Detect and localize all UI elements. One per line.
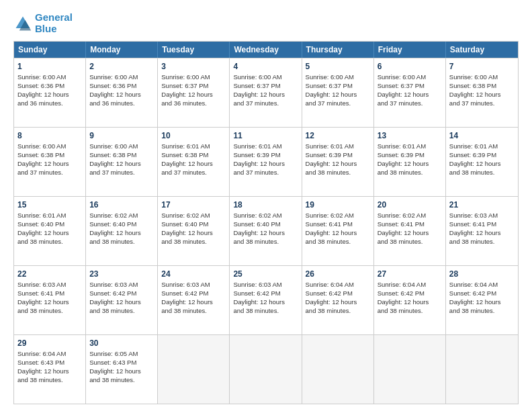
day-number: 23 <box>89 269 154 279</box>
day-cell-6: 6Sunrise: 6:00 AMSunset: 6:37 PMDaylight… <box>374 58 446 127</box>
day-info-line: Sunrise: 6:02 AM <box>161 212 226 220</box>
day-info-line: Daylight: 12 hours <box>378 229 442 238</box>
day-number: 26 <box>306 269 370 279</box>
day-info-line: and 37 minutes. <box>17 169 82 177</box>
day-info-line: Sunset: 6:41 PM <box>17 289 82 298</box>
day-info-line: Sunset: 6:38 PM <box>17 151 82 160</box>
day-number: 3 <box>161 61 226 72</box>
day-info-line: Daylight: 12 hours <box>17 367 82 376</box>
col-header-saturday: Saturday <box>446 42 518 58</box>
day-info-line: and 37 minutes. <box>306 99 370 108</box>
day-cell-14: 14Sunrise: 6:01 AMSunset: 6:39 PMDayligh… <box>446 128 518 196</box>
page: General Blue SundayMondayTuesdayWednesda… <box>0 0 532 411</box>
day-info-line: Daylight: 12 hours <box>17 91 82 99</box>
day-info-line: and 38 minutes. <box>17 307 82 316</box>
day-info-line: and 38 minutes. <box>306 238 370 246</box>
day-info-line: and 36 minutes. <box>89 99 154 108</box>
day-cell-20: 20Sunrise: 6:02 AMSunset: 6:41 PMDayligh… <box>374 197 446 265</box>
day-info-line: Daylight: 12 hours <box>449 160 515 169</box>
day-info-line: and 38 minutes. <box>89 307 154 316</box>
day-info-line: Daylight: 12 hours <box>233 91 298 99</box>
day-info-line: Sunrise: 6:00 AM <box>449 73 515 82</box>
day-info-line: and 38 minutes. <box>378 238 442 246</box>
day-info-line: Sunset: 6:37 PM <box>306 82 370 91</box>
day-info-line: Sunrise: 6:04 AM <box>449 281 515 289</box>
col-header-tuesday: Tuesday <box>158 42 230 58</box>
day-info-line: and 37 minutes. <box>449 99 515 108</box>
day-cell-28: 28Sunrise: 6:04 AMSunset: 6:42 PMDayligh… <box>446 266 518 334</box>
day-info-line: and 38 minutes. <box>161 238 226 246</box>
day-info-line: and 38 minutes. <box>89 376 154 385</box>
empty-cell <box>374 335 446 404</box>
day-number: 11 <box>233 130 298 141</box>
day-cell-12: 12Sunrise: 6:01 AMSunset: 6:39 PMDayligh… <box>302 128 374 196</box>
day-info-line: Sunset: 6:39 PM <box>378 151 442 160</box>
day-info-line: and 38 minutes. <box>449 238 515 246</box>
day-info-line: Daylight: 12 hours <box>306 229 370 238</box>
logo: General Blue <box>13 12 73 34</box>
day-info-line: Sunset: 6:43 PM <box>17 359 82 367</box>
day-info-line: Daylight: 12 hours <box>161 229 226 238</box>
day-cell-9: 9Sunrise: 6:00 AMSunset: 6:38 PMDaylight… <box>86 128 158 196</box>
day-info-line: and 38 minutes. <box>161 307 226 316</box>
day-info-line: Sunset: 6:43 PM <box>89 359 154 367</box>
day-number: 29 <box>17 338 82 349</box>
day-info-line: Sunset: 6:40 PM <box>233 220 298 229</box>
day-number: 15 <box>17 199 82 210</box>
day-info-line: and 36 minutes. <box>161 99 226 108</box>
logo-text: General Blue <box>35 12 73 34</box>
day-info-line: Sunrise: 6:04 AM <box>306 281 370 289</box>
day-info-line: Sunset: 6:38 PM <box>449 82 515 91</box>
day-info-line: Daylight: 12 hours <box>306 91 370 99</box>
day-info-line: Daylight: 12 hours <box>89 160 154 169</box>
day-info-line: Sunrise: 6:01 AM <box>306 142 370 151</box>
col-header-friday: Friday <box>374 42 446 58</box>
day-cell-29: 29Sunrise: 6:04 AMSunset: 6:43 PMDayligh… <box>14 335 86 404</box>
day-info-line: Sunset: 6:42 PM <box>306 289 370 298</box>
day-info-line: Daylight: 12 hours <box>233 298 298 307</box>
day-cell-11: 11Sunrise: 6:01 AMSunset: 6:39 PMDayligh… <box>230 128 302 196</box>
day-cell-25: 25Sunrise: 6:03 AMSunset: 6:42 PMDayligh… <box>230 266 302 334</box>
day-info-line: Sunrise: 6:01 AM <box>17 212 82 220</box>
day-cell-8: 8Sunrise: 6:00 AMSunset: 6:38 PMDaylight… <box>14 128 86 196</box>
day-number: 20 <box>378 199 442 210</box>
empty-cell <box>302 335 374 404</box>
calendar: SundayMondayTuesdayWednesdayThursdayFrid… <box>13 41 519 404</box>
day-info-line: Daylight: 12 hours <box>161 298 226 307</box>
col-header-monday: Monday <box>86 42 158 58</box>
col-header-wednesday: Wednesday <box>230 42 302 58</box>
day-cell-2: 2Sunrise: 6:00 AMSunset: 6:36 PMDaylight… <box>86 58 158 127</box>
col-header-sunday: Sunday <box>14 42 86 58</box>
day-info-line: and 38 minutes. <box>378 169 442 177</box>
day-info-line: Sunrise: 6:02 AM <box>306 212 370 220</box>
day-info-line: Daylight: 12 hours <box>378 91 442 99</box>
day-cell-7: 7Sunrise: 6:00 AMSunset: 6:38 PMDaylight… <box>446 58 518 127</box>
day-info-line: and 37 minutes. <box>161 169 226 177</box>
day-cell-26: 26Sunrise: 6:04 AMSunset: 6:42 PMDayligh… <box>302 266 374 334</box>
day-info-line: Daylight: 12 hours <box>233 160 298 169</box>
day-info-line: Sunset: 6:37 PM <box>233 82 298 91</box>
day-info-line: Daylight: 12 hours <box>89 229 154 238</box>
day-number: 22 <box>17 269 82 279</box>
day-info-line: Daylight: 12 hours <box>89 367 154 376</box>
day-info-line: Sunset: 6:41 PM <box>306 220 370 229</box>
day-info-line: Sunset: 6:36 PM <box>89 82 154 91</box>
day-cell-19: 19Sunrise: 6:02 AMSunset: 6:41 PMDayligh… <box>302 197 374 265</box>
day-info-line: Sunset: 6:39 PM <box>233 151 298 160</box>
day-cell-23: 23Sunrise: 6:03 AMSunset: 6:42 PMDayligh… <box>86 266 158 334</box>
day-number: 6 <box>378 61 442 72</box>
week-row-5: 29Sunrise: 6:04 AMSunset: 6:43 PMDayligh… <box>14 334 518 404</box>
week-row-3: 15Sunrise: 6:01 AMSunset: 6:40 PMDayligh… <box>14 196 518 265</box>
day-info-line: Daylight: 12 hours <box>161 91 226 99</box>
day-number: 1 <box>17 61 82 72</box>
day-info-line: Sunrise: 6:00 AM <box>89 142 154 151</box>
day-info-line: Sunset: 6:42 PM <box>233 289 298 298</box>
day-number: 28 <box>449 269 515 279</box>
empty-cell <box>158 335 230 404</box>
day-number: 9 <box>89 130 154 141</box>
day-info-line: Sunset: 6:41 PM <box>378 220 442 229</box>
day-info-line: and 38 minutes. <box>17 376 82 385</box>
day-info-line: and 38 minutes. <box>233 238 298 246</box>
day-info-line: Daylight: 12 hours <box>17 229 82 238</box>
day-number: 16 <box>89 199 154 210</box>
